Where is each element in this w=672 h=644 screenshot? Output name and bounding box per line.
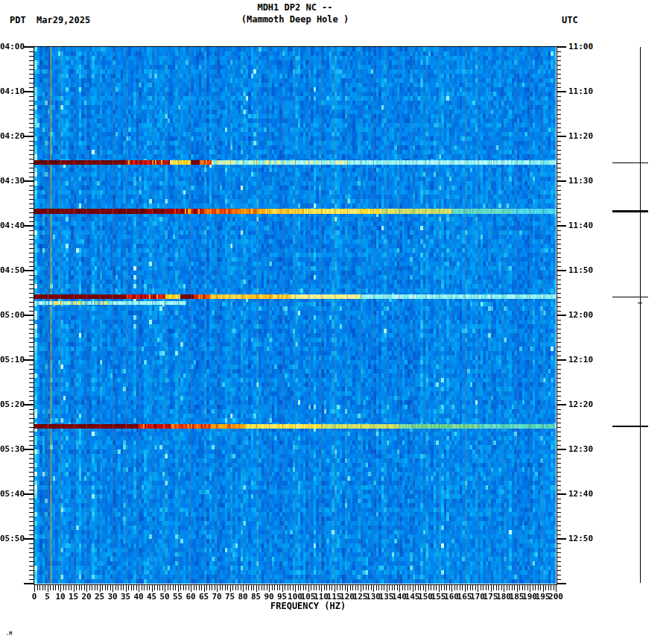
freq-major-tick	[347, 584, 348, 592]
freq-minor-tick	[342, 584, 343, 590]
left-minor-tick	[29, 114, 34, 115]
freq-major-tick	[112, 584, 113, 592]
spectrogram-page: PDT Mar29,2025 MDH1 DP2 NC -- (Mammoth D…	[0, 0, 672, 644]
freq-minor-tick	[149, 584, 150, 590]
left-major-tick	[24, 493, 34, 495]
freq-major-tick	[504, 584, 504, 592]
right-minor-tick	[557, 409, 561, 410]
right-minor-tick	[557, 490, 561, 490]
right-minor-tick	[557, 557, 561, 558]
right-minor-tick	[557, 369, 561, 370]
freq-minor-tick	[227, 584, 228, 590]
right-minor-tick	[557, 391, 561, 392]
freq-minor-tick	[290, 584, 291, 590]
left-minor-tick	[29, 123, 34, 124]
right-minor-tick	[557, 503, 561, 504]
freq-minor-tick	[279, 584, 280, 590]
left-minor-tick	[29, 517, 34, 517]
left-major-tick	[24, 225, 34, 227]
freq-minor-tick	[142, 584, 142, 590]
left-minor-tick	[29, 441, 34, 441]
right-time-label: 11:30	[568, 176, 598, 186]
freq-major-tick	[217, 584, 218, 592]
right-minor-tick	[557, 396, 561, 397]
left-minor-tick	[29, 159, 34, 160]
right-major-tick	[557, 583, 566, 584]
freq-major-tick	[399, 584, 400, 592]
right-minor-tick	[557, 566, 561, 566]
left-minor-tick	[29, 87, 34, 88]
freq-minor-tick	[133, 584, 134, 590]
freq-minor-tick	[397, 584, 398, 590]
freq-minor-tick	[102, 584, 103, 590]
freq-minor-tick	[277, 584, 278, 590]
freq-minor-tick	[81, 584, 82, 590]
left-minor-tick	[29, 382, 34, 383]
right-minor-tick	[557, 387, 561, 388]
right-major-tick	[557, 359, 566, 361]
freq-minor-tick	[58, 584, 59, 590]
left-time-label: 05:40	[0, 489, 23, 499]
freq-minor-tick	[402, 584, 403, 590]
freq-minor-tick	[136, 584, 137, 590]
freq-minor-tick	[548, 584, 549, 590]
left-minor-tick	[29, 257, 34, 258]
right-minor-tick	[557, 534, 561, 535]
left-minor-tick	[29, 60, 34, 61]
right-minor-tick	[557, 400, 561, 401]
freq-major-tick	[100, 584, 101, 592]
left-minor-tick	[29, 476, 34, 477]
freq-minor-tick	[261, 584, 262, 590]
freq-major-tick	[361, 584, 361, 592]
right-minor-tick	[557, 512, 561, 513]
right-minor-tick	[557, 329, 561, 329]
right-minor-tick	[557, 87, 561, 88]
right-minor-tick	[557, 378, 561, 379]
freq-minor-tick	[95, 584, 95, 590]
freq-minor-tick	[97, 584, 98, 590]
event-marker-line	[612, 426, 648, 427]
freq-minor-tick	[316, 584, 317, 590]
chart-title: MDH1 DP2 NC --	[34, 2, 556, 13]
freq-minor-tick	[220, 584, 221, 590]
right-minor-tick	[557, 454, 561, 455]
right-major-tick	[557, 180, 566, 182]
freq-minor-tick	[533, 584, 533, 590]
left-time-label: 05:20	[0, 400, 23, 409]
freq-minor-tick	[259, 584, 259, 590]
left-minor-tick	[29, 369, 34, 370]
freq-minor-tick	[267, 584, 267, 590]
right-minor-tick	[557, 208, 561, 209]
left-time-label: 04:50	[0, 265, 23, 275]
freq-minor-tick	[324, 584, 325, 590]
right-major-tick	[557, 404, 566, 405]
right-minor-tick	[557, 364, 561, 365]
freq-minor-tick	[381, 584, 382, 590]
freq-minor-tick	[89, 584, 90, 590]
freq-minor-tick	[418, 584, 419, 590]
right-minor-tick	[557, 51, 561, 52]
freq-minor-tick	[293, 584, 294, 590]
freq-minor-tick	[69, 584, 69, 590]
left-minor-tick	[29, 329, 34, 329]
left-major-tick	[24, 583, 34, 584]
event-marker-tiny-tick	[638, 303, 642, 303]
freq-minor-tick	[274, 584, 275, 590]
left-minor-tick	[29, 575, 34, 575]
freq-minor-tick	[524, 584, 525, 590]
freq-minor-tick	[45, 584, 45, 590]
freq-minor-tick	[363, 584, 364, 590]
freq-minor-tick	[420, 584, 421, 590]
left-minor-tick	[29, 306, 34, 307]
freq-minor-tick	[196, 584, 197, 590]
watermark-text: .M	[6, 631, 12, 637]
right-minor-tick	[557, 432, 561, 432]
right-minor-tick	[557, 561, 561, 562]
freq-major-tick	[178, 584, 179, 592]
timezone-right-label: UTC	[562, 15, 578, 25]
freq-minor-tick	[157, 584, 158, 590]
right-minor-tick	[557, 342, 561, 343]
freq-minor-tick	[201, 584, 202, 590]
freq-minor-tick	[194, 584, 194, 590]
freq-minor-tick	[76, 584, 77, 590]
